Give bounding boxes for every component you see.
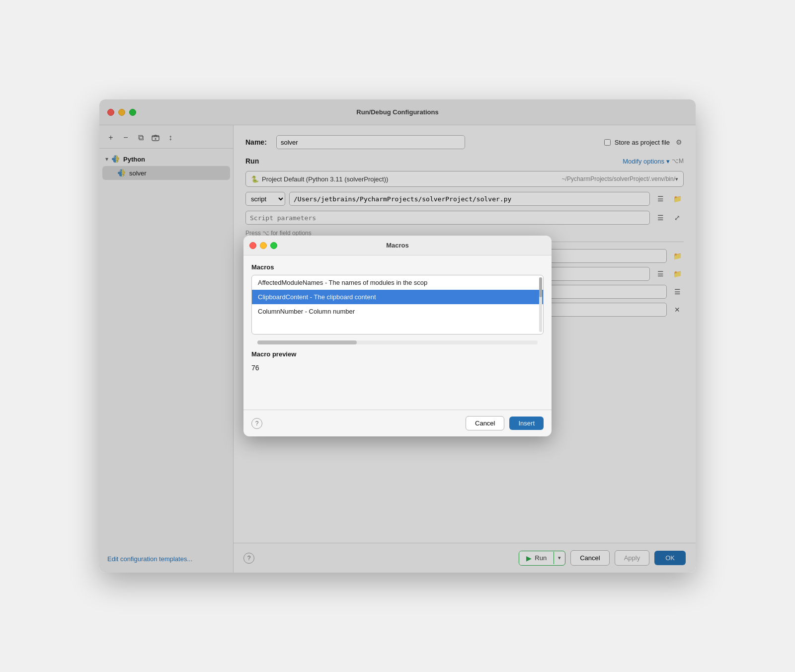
macro-item-column[interactable]: ColumnNumber - Column number [252,304,543,319]
modal-body: Macros AffectedModuleNames - The names o… [243,255,552,410]
modal-cancel-button[interactable]: Cancel [466,416,504,430]
modal-insert-button[interactable]: Insert [509,417,544,430]
macro-list-scrollbar-thumb [539,277,542,297]
modal-maximize-button[interactable] [270,242,277,249]
macro-preview-value: 76 [251,362,544,402]
modal-title: Macros [386,242,409,249]
macro-preview-label: Macro preview [251,350,544,358]
macro-item-clipboard[interactable]: ClipboardContent - The clipboard content [252,290,543,304]
modal-close-button[interactable] [249,242,256,249]
macro-list-horizontal-scroll[interactable] [257,340,538,344]
macros-modal: Macros Macros AffectedModuleNames - The … [243,236,552,436]
modal-minimize-button[interactable] [260,242,267,249]
macro-list[interactable]: AffectedModuleNames - The names of modul… [251,275,544,335]
modal-traffic-lights [249,242,277,249]
macro-list-scrollbar[interactable] [539,277,542,332]
macro-item-affected[interactable]: AffectedModuleNames - The names of modul… [252,275,543,290]
main-window: Run/Debug Configurations + − ⧉ ↕ [99,99,696,573]
modal-help-button[interactable]: ? [251,418,262,429]
modal-title-bar: Macros [243,236,552,255]
horizontal-scroll-thumb [257,340,357,344]
modal-overlay: Macros Macros AffectedModuleNames - The … [99,99,696,573]
modal-footer: ? Cancel Insert [243,410,552,436]
macros-section-label: Macros [251,263,544,271]
